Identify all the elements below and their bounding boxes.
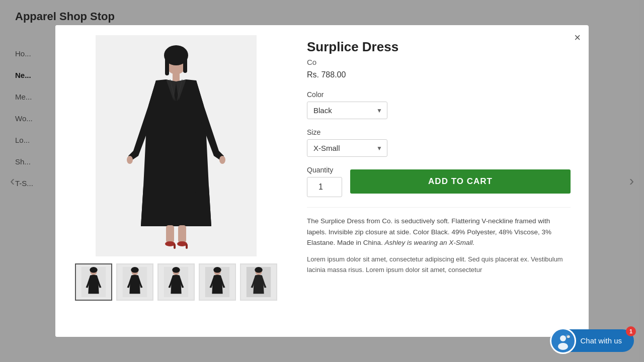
- svg-rect-4: [183, 55, 187, 73]
- svg-point-24: [172, 267, 180, 273]
- quantity-section: Quantity: [307, 166, 342, 197]
- product-title: Surplice Dress: [307, 39, 571, 55]
- size-label: Size: [307, 128, 571, 136]
- svg-point-33: [558, 343, 568, 350]
- product-details-panel: Surplice Dress Co Rs. 788.00 Color Black…: [297, 25, 589, 337]
- quantity-cart-row: Quantity ADD TO CART: [307, 166, 571, 197]
- color-selector-wrapper: Black Navy Red White ▼: [307, 102, 387, 119]
- svg-point-32: [560, 335, 566, 341]
- thumbnail-1[interactable]: [75, 263, 112, 301]
- modal-close-button[interactable]: ×: [574, 32, 581, 43]
- quantity-label: Quantity: [307, 166, 342, 174]
- modal-body: Surplice Dress Co Rs. 788.00 Color Black…: [55, 25, 589, 337]
- product-description: The Surplice Dress from Co. is seductive…: [307, 216, 571, 248]
- thumbnail-5[interactable]: [240, 263, 277, 301]
- size-selector-wrapper: X-Small Small Medium Large X-Large ▼: [307, 139, 387, 157]
- thumbnail-2[interactable]: [116, 263, 153, 301]
- product-images-panel: [55, 25, 297, 337]
- chat-label: Chat with us: [580, 336, 622, 345]
- svg-rect-3: [165, 55, 169, 75]
- product-divider: [307, 207, 571, 208]
- svg-rect-9: [178, 225, 186, 243]
- svg-rect-12: [174, 244, 176, 249]
- svg-point-30: [255, 267, 262, 273]
- thumbnail-strip: [75, 263, 277, 301]
- main-product-image: [96, 35, 257, 256]
- quantity-input[interactable]: [307, 177, 342, 197]
- svg-point-14: [127, 156, 133, 164]
- thumbnail-4[interactable]: [199, 263, 236, 301]
- color-select[interactable]: Black Navy Red White: [307, 102, 387, 119]
- lorem-description: Lorem ipsum dolor sit amet, consectetur …: [307, 254, 571, 276]
- color-label: Color: [307, 90, 571, 99]
- product-modal: ×: [55, 25, 589, 337]
- svg-point-27: [213, 267, 221, 273]
- svg-point-15: [219, 156, 225, 164]
- svg-point-21: [131, 267, 138, 273]
- chat-avatar: 💬: [550, 328, 576, 354]
- size-select[interactable]: X-Small Small Medium Large X-Large: [307, 139, 387, 157]
- chat-button[interactable]: 💬 Chat with us 1: [550, 329, 634, 352]
- add-to-cart-button[interactable]: ADD TO CART: [350, 169, 571, 194]
- chat-notification-badge: 1: [626, 326, 636, 336]
- product-price: Rs. 788.00: [307, 70, 571, 79]
- svg-point-18: [90, 267, 97, 273]
- svg-rect-8: [166, 225, 174, 243]
- product-brand: Co: [307, 58, 571, 66]
- svg-rect-13: [186, 244, 188, 249]
- svg-text:💬: 💬: [567, 335, 571, 339]
- thumbnail-3[interactable]: [157, 263, 195, 301]
- chat-widget[interactable]: 💬 Chat with us 1: [550, 329, 634, 352]
